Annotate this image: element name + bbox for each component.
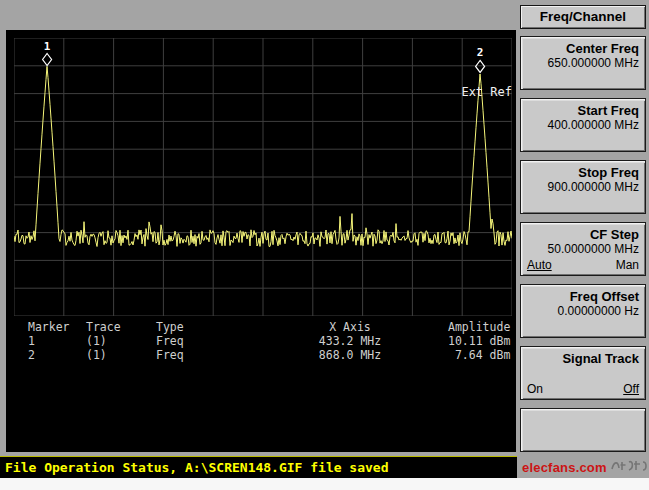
marker-cell: 433.2 MHz [252, 334, 448, 348]
signal-track-on-option[interactable]: On [527, 382, 543, 396]
marker-col-header: Trace [86, 320, 156, 334]
svg-text:2: 2 [477, 46, 484, 59]
svg-text:1: 1 [44, 40, 51, 53]
softkey-signal-track[interactable]: Signal Track On Off [520, 346, 646, 400]
softkey-center-freq[interactable]: Center Freq 650.000000 MHz [520, 36, 646, 90]
softkey-value: 0.00000000 Hz [558, 304, 639, 318]
softkey-blank[interactable] [520, 408, 646, 452]
status-text: File Operation Status, A:\SCREN148.GIF f… [5, 460, 389, 475]
marker-col-header: Amplitude [448, 320, 512, 334]
watermark-area: elecfans.com [517, 456, 649, 478]
marker-cell: 1 [28, 334, 86, 348]
softkey-panel: Freq/Channel Center Freq 650.000000 MHz … [520, 5, 646, 452]
marker-cell: (1) [86, 334, 156, 348]
marker-cell: 2 [28, 348, 86, 362]
softkey-label: Center Freq [566, 41, 639, 56]
softkey-label: CF Step [590, 227, 639, 242]
softkey-value: 900.000000 MHz [548, 180, 639, 194]
softkey-value: 50.0000000 MHz [548, 242, 639, 256]
marker-cell: Freq [156, 334, 252, 348]
softkey-label: Start Freq [578, 103, 639, 118]
marker-cell: (1) [86, 348, 156, 362]
softkey-label: Freq Offset [570, 289, 639, 304]
marker-cell: 10.11 dBm [448, 334, 512, 348]
spectrum-svg: 12 [14, 38, 512, 316]
marker-table: Marker Trace Type X Axis Amplitude 1 (1)… [14, 320, 512, 362]
softkey-value: 400.000000 MHz [548, 118, 639, 132]
bottom-border-strip [0, 478, 649, 490]
cf-step-auto-option[interactable]: Auto [527, 258, 552, 272]
softkey-stop-freq[interactable]: Stop Freq 900.000000 MHz [520, 160, 646, 214]
softkey-cf-step[interactable]: CF Step 50.0000000 MHz Auto Man [520, 222, 646, 276]
marker-cell: 868.0 MHz [252, 348, 448, 362]
softkey-value: 650.000000 MHz [548, 56, 639, 70]
cf-step-man-option[interactable]: Man [616, 258, 639, 272]
menu-title: Freq/Channel [520, 5, 646, 29]
crt-display: 12 Ext Ref Marker Trace Type X Axis Ampl… [6, 30, 516, 452]
softkey-freq-offset[interactable]: Freq Offset 0.00000000 Hz [520, 284, 646, 338]
marker-cell: Freq [156, 348, 252, 362]
spectrum-plot: 12 [14, 38, 512, 316]
elecfans-logo-icon [610, 457, 649, 477]
softkey-label: Signal Track [562, 351, 639, 366]
marker-cell: 7.64 dBm [448, 348, 512, 362]
watermark-text: elecfans.com [522, 460, 607, 475]
ext-ref-indicator: Ext Ref [461, 85, 512, 99]
spectrum-analyzer-screen: 12 Ext Ref Marker Trace Type X Axis Ampl… [0, 0, 649, 490]
signal-track-off-option[interactable]: Off [623, 382, 639, 396]
status-bar: File Operation Status, A:\SCREN148.GIF f… [0, 456, 517, 478]
softkey-label: Stop Freq [578, 165, 639, 180]
marker-col-header: X Axis [252, 320, 448, 334]
softkey-start-freq[interactable]: Start Freq 400.000000 MHz [520, 98, 646, 152]
marker-col-header: Marker [28, 320, 86, 334]
marker-col-header: Type [156, 320, 252, 334]
